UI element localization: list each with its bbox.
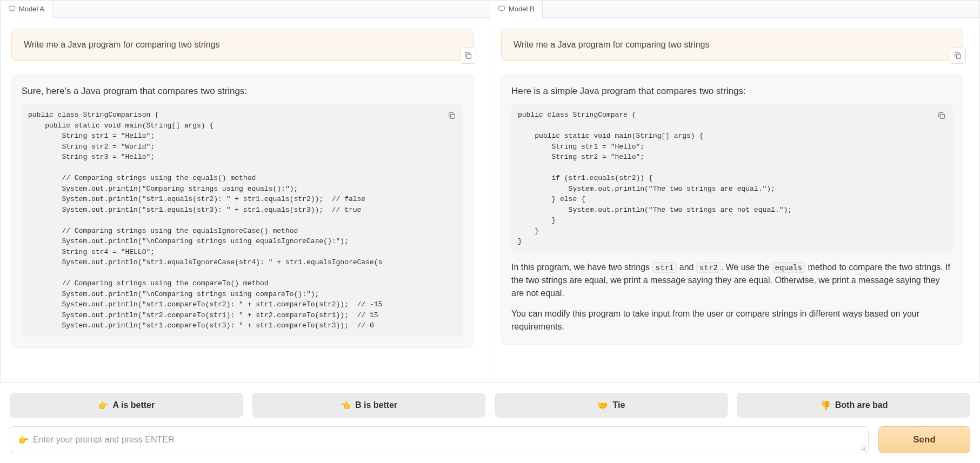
svg-rect-1 — [466, 54, 471, 58]
user-prompt-a: Write me a Java program for comparing tw… — [11, 29, 474, 61]
svg-rect-0 — [9, 6, 15, 10]
response-intro-b: Here is a simple Java program that compa… — [511, 86, 953, 97]
point-right-icon: 👉 — [98, 400, 109, 411]
copy-icon — [448, 111, 456, 120]
chat-icon — [498, 5, 505, 12]
copy-icon — [464, 51, 472, 60]
tab-bar-b: Model B — [490, 1, 979, 18]
copy-icon — [937, 111, 946, 120]
vote-both-bad-button[interactable]: 👎 Both are bad — [737, 393, 970, 418]
vote-tie-button[interactable]: 🤝 Tie — [495, 393, 728, 418]
vote-label: B is better — [355, 400, 397, 410]
input-row: 👉 Send — [0, 422, 980, 463]
user-prompt-b: Write me a Java program for comparing tw… — [501, 29, 963, 61]
copy-prompt-button[interactable] — [950, 48, 966, 64]
copy-icon — [954, 51, 962, 60]
scroll-area-b[interactable]: Write me a Java program for comparing tw… — [490, 18, 979, 383]
vote-row: 👉 A is better 👈 B is better 🤝 Tie 👎 Both… — [0, 383, 980, 422]
comparison-panels: Model A Write me a Java program for comp… — [0, 0, 980, 383]
copy-code-button[interactable] — [445, 109, 459, 123]
copy-code-button[interactable] — [935, 109, 949, 123]
vote-label: Both are bad — [835, 400, 888, 410]
vote-label: A is better — [113, 400, 155, 410]
svg-rect-4 — [956, 54, 961, 58]
code-block-a: public class StringComparison { public s… — [22, 104, 463, 337]
prompt-input[interactable] — [33, 435, 861, 445]
inline-code: equals — [772, 262, 806, 273]
panel-model-a: Model A Write me a Java program for comp… — [1, 1, 490, 383]
tab-bar-a: Model A — [1, 1, 490, 18]
point-right-icon: 👉 — [18, 435, 29, 445]
tab-label: Model A — [19, 5, 44, 13]
code-block-b: public class StringCompare { public stat… — [511, 104, 953, 252]
tab-model-a[interactable]: Model A — [1, 1, 52, 18]
scroll-area-a[interactable]: Write me a Java program for comparing tw… — [1, 18, 490, 383]
vote-label: Tie — [612, 400, 625, 410]
resize-handle[interactable] — [861, 445, 866, 451]
code-text-b: public class StringCompare { public stat… — [518, 110, 946, 247]
code-text-a: public class StringComparison { public s… — [28, 110, 457, 331]
thumbs-down-icon: 👎 — [820, 400, 831, 411]
explanation-1: In this program, we have two strings str… — [511, 261, 953, 300]
panel-model-b: Model B Write me a Java program for comp… — [490, 1, 979, 383]
hands-icon: 🤝 — [597, 400, 608, 411]
prompt-input-container: 👉 — [10, 426, 869, 453]
send-button[interactable]: Send — [878, 426, 970, 453]
tab-model-b[interactable]: Model B — [490, 1, 543, 18]
prompt-text: Write me a Java program for comparing tw… — [24, 40, 220, 49]
prompt-text: Write me a Java program for comparing tw… — [514, 40, 710, 49]
response-intro-a: Sure, here's a Java program that compare… — [22, 86, 463, 97]
vote-b-better-button[interactable]: 👈 B is better — [252, 393, 485, 418]
point-left-icon: 👈 — [340, 400, 351, 411]
svg-rect-5 — [940, 114, 944, 118]
inline-code: str2 — [696, 262, 721, 273]
copy-prompt-button[interactable] — [460, 48, 476, 64]
response-b: Here is a simple Java program that compa… — [501, 75, 963, 345]
inline-code: str1 — [652, 262, 677, 273]
tab-label: Model B — [509, 5, 535, 13]
explanation-2: You can modify this program to take inpu… — [511, 307, 953, 333]
response-a: Sure, here's a Java program that compare… — [11, 75, 474, 348]
vote-a-better-button[interactable]: 👉 A is better — [10, 393, 243, 418]
chat-icon — [8, 5, 16, 12]
svg-rect-3 — [499, 6, 505, 10]
svg-rect-2 — [450, 114, 455, 118]
